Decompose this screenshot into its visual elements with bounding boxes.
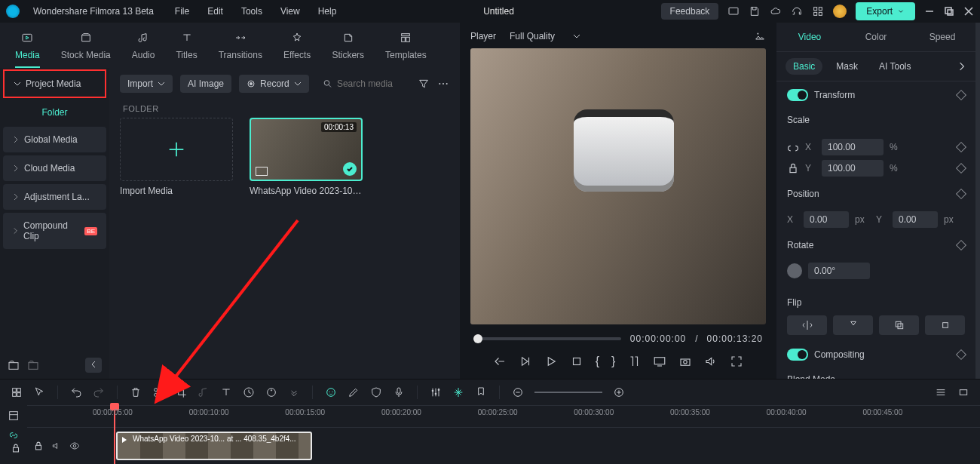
close-button[interactable]	[963, 6, 974, 17]
tab-video[interactable]: Video	[776, 23, 843, 51]
search-input[interactable]	[337, 78, 404, 89]
speed2-icon[interactable]	[243, 386, 255, 398]
search-media[interactable]	[317, 74, 410, 94]
import-dropdown[interactable]: Import	[120, 75, 173, 93]
menu-help[interactable]: Help	[318, 6, 337, 17]
color-icon[interactable]	[265, 386, 277, 398]
mixer-icon[interactable]	[430, 386, 442, 398]
tab-audio[interactable]: Audio	[132, 29, 155, 68]
chevron-right-icon[interactable]	[957, 62, 966, 71]
stop-icon[interactable]	[570, 355, 583, 368]
more-icon[interactable]	[437, 78, 449, 90]
eye-icon[interactable]	[69, 441, 80, 451]
headset-icon[interactable]	[791, 5, 803, 17]
edit-icon[interactable]	[348, 386, 360, 398]
scale-x-input[interactable]: 100.00	[822, 139, 884, 155]
sidebar-global-media[interactable]: Global Media	[3, 127, 106, 152]
link-icon[interactable]	[787, 141, 799, 153]
layout-icon[interactable]	[11, 386, 23, 398]
tl-collapse-icon[interactable]	[8, 410, 20, 422]
preview-video[interactable]	[470, 48, 766, 324]
subtab-basic[interactable]: Basic	[786, 58, 822, 75]
grid-icon[interactable]	[935, 386, 947, 398]
keyframe-icon[interactable]	[956, 142, 966, 152]
rotate-dial[interactable]	[787, 263, 802, 278]
pointer-icon[interactable]	[33, 386, 45, 398]
shield-icon[interactable]	[370, 386, 382, 398]
snapshot-icon[interactable]	[754, 30, 766, 42]
more2-icon[interactable]	[288, 386, 300, 398]
sidebar-compound-clip[interactable]: Compound ClipBE	[3, 213, 106, 249]
save-icon[interactable]	[749, 5, 761, 17]
prev-frame-icon[interactable]	[493, 355, 507, 368]
tab-transitions[interactable]: Transitions	[219, 29, 262, 68]
keyframe-icon[interactable]	[956, 240, 966, 250]
snap-icon[interactable]	[452, 386, 464, 398]
tab-stock-media[interactable]: Stock Media	[61, 29, 111, 68]
cloud-icon[interactable]	[770, 5, 782, 17]
lock-icon[interactable]	[787, 162, 799, 174]
sidebar-adjustment-layer[interactable]: Adjustment La...	[3, 184, 106, 210]
tab-templates[interactable]: Templates	[385, 29, 427, 68]
corner-lock-icon[interactable]	[11, 443, 21, 453]
zoom-out-icon[interactable]	[512, 386, 524, 398]
folder-icon[interactable]	[27, 359, 39, 371]
display-icon[interactable]	[653, 355, 666, 368]
rotate-input[interactable]: 0.00°	[808, 263, 870, 279]
mute-icon[interactable]	[51, 441, 62, 451]
export-button[interactable]: Export	[856, 2, 915, 20]
play-icon[interactable]	[544, 355, 558, 368]
brace-left-icon[interactable]: {	[596, 355, 599, 368]
flip-v-button[interactable]	[833, 315, 873, 335]
clip-thumb[interactable]: 00:00:13	[250, 118, 363, 181]
avatar-icon[interactable]	[833, 5, 847, 18]
music-icon[interactable]	[198, 386, 210, 398]
fit-icon[interactable]	[957, 386, 969, 398]
subtab-ai-tools[interactable]: AI Tools	[871, 58, 918, 75]
flip-h-button[interactable]	[787, 315, 827, 335]
filter-icon[interactable]	[418, 78, 430, 90]
undo-icon[interactable]	[70, 386, 82, 398]
sidebar-project-media[interactable]: Project Media	[3, 69, 106, 98]
text-icon[interactable]	[220, 386, 232, 398]
mic-icon[interactable]	[393, 386, 405, 398]
compositing-toggle[interactable]	[787, 349, 808, 361]
scrollbar[interactable]	[975, 23, 980, 379]
import-media-thumb[interactable]	[120, 118, 233, 181]
transform-header[interactable]: Transform	[776, 81, 975, 109]
tab-color[interactable]: Color	[843, 23, 909, 51]
copy-button[interactable]	[879, 315, 919, 335]
mark-icon[interactable]	[627, 355, 641, 368]
tab-speed[interactable]: Speed	[909, 23, 975, 51]
minimize-button[interactable]	[924, 6, 935, 17]
keyframe-icon[interactable]	[956, 349, 966, 360]
play-pause-icon[interactable]	[519, 355, 532, 368]
tab-media[interactable]: Media	[15, 29, 40, 68]
pos-y-input[interactable]: 0.00	[893, 211, 938, 228]
ai-image-button[interactable]: AI Image	[180, 75, 231, 93]
seek-bar[interactable]	[473, 337, 621, 340]
menu-tools[interactable]: Tools	[241, 6, 262, 17]
paste-button[interactable]	[925, 315, 965, 335]
tab-effects[interactable]: Effects	[283, 29, 311, 68]
quality-select[interactable]: Full Quality	[510, 31, 580, 41]
ai-icon[interactable]	[325, 386, 337, 398]
timeline-ruler[interactable]: 00:00:05:00 00:00:10:00 00:00:15:00 00:0…	[27, 405, 980, 428]
redo-icon[interactable]	[93, 386, 105, 398]
marker-icon[interactable]	[475, 386, 487, 398]
keyframe-icon[interactable]	[956, 90, 966, 100]
zoom-in-icon[interactable]	[613, 386, 625, 398]
menu-view[interactable]: View	[280, 6, 300, 17]
maximize-button[interactable]	[944, 6, 954, 17]
apps-icon[interactable]	[812, 5, 824, 17]
menu-file[interactable]: File	[175, 6, 189, 17]
brace-right-icon[interactable]: }	[611, 355, 615, 368]
subtab-mask[interactable]: Mask	[828, 58, 865, 75]
volume-icon[interactable]	[704, 355, 718, 368]
screen-icon[interactable]	[727, 5, 740, 17]
pos-x-input[interactable]: 0.00	[804, 211, 849, 228]
crop-icon[interactable]	[175, 386, 187, 398]
add-bin-icon[interactable]	[8, 359, 20, 371]
keyframe-icon[interactable]	[956, 163, 966, 174]
clip-card[interactable]: 00:00:13 WhatsApp Video 2023-10-05...	[250, 118, 363, 196]
